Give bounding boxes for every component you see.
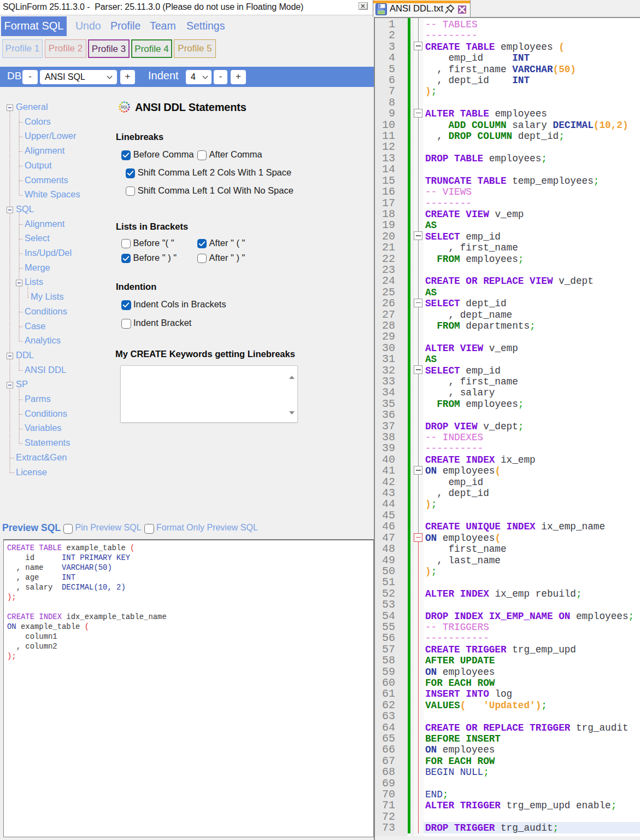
- svg-text:SQL: SQL: [121, 105, 128, 109]
